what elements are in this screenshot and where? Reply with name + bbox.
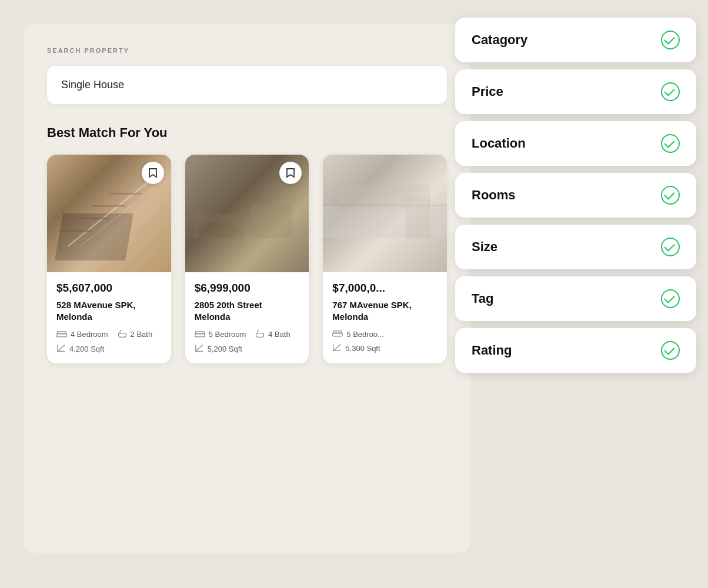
check-icon-category [661,31,680,49]
card-price-3: $7,000,0... [332,282,438,295]
card-body-1: $5,607,000 528 MAvenue SPK, Melonda 4 Be… [47,272,171,363]
bedroom-count-2: 5 Bedroom [209,330,246,339]
svg-line-11 [124,337,125,338]
bath-detail-1: 2 Bath [118,329,153,339]
svg-rect-14 [251,205,292,238]
search-label: SEARCH PROPERTY [47,47,447,54]
svg-point-13 [198,222,239,238]
card-price-2: $6,999,000 [195,282,300,295]
bookmark-button-1[interactable] [142,162,164,184]
bath-count-2: 4 Bath [268,330,290,339]
filter-label-size: Size [472,239,497,255]
card-body-3: $7,000,0... 767 MAvenue SPK, Melonda 5 B… [323,272,447,363]
check-icon-location [661,134,680,153]
svg-line-10 [120,337,121,338]
size-icon-2 [195,344,204,354]
property-card-2: $6,999,000 2805 20th Street Melonda 5 Be… [185,155,309,363]
check-icon-price [661,82,680,101]
card-image-wrap-2 [185,155,309,272]
property-grid: $5,607,000 528 MAvenue SPK, Melonda 4 Be… [47,155,447,363]
search-value: Single House [61,79,124,91]
check-icon-rooms [661,186,680,205]
svg-rect-5 [109,193,142,195]
check-icon-rating [661,341,680,360]
filter-label-rooms: Rooms [472,188,516,203]
bed-icon [56,330,67,339]
bath-icon [118,329,127,339]
filter-label-category: Catagory [472,32,527,48]
filter-label-location: Location [472,136,526,151]
size-value-3: 5,300 Sqft [345,344,380,353]
bedroom-count-1: 4 Bedroom [71,330,108,339]
card-details-1: 4 Bedroom 2 Bath 4,200 Sqft [56,329,162,354]
bedroom-detail-1: 4 Bedroom [56,329,108,339]
card-address-2: 2805 20th Street Melonda [195,299,300,322]
card-address-3: 767 MAvenue SPK, Melonda [332,299,438,322]
card-body-2: $6,999,000 2805 20th Street Melonda 5 Be… [185,272,309,363]
filter-item-size[interactable]: Size [455,225,696,269]
filter-item-tag[interactable]: Tag [455,276,696,321]
bedroom-detail-2: 5 Bedroom [195,329,246,339]
card-address-1: 528 MAvenue SPK, Melonda [56,299,162,322]
search-box[interactable]: Single House [47,66,447,104]
filter-item-category[interactable]: Catagory [455,18,696,62]
filter-panel: Catagory Price Location Rooms Size Tag R… [455,18,696,373]
bath-count-1: 2 Bath [131,330,153,339]
bath-detail-2: 4 Bath [255,329,290,339]
filter-label-tag: Tag [472,291,493,306]
svg-rect-2 [59,230,92,232]
bed-icon-2 [195,330,205,339]
card-details-2: 5 Bedroom 4 Bath 5,200 Sqft [195,329,300,354]
bedroom-count-3: 5 Bedroo... [346,330,384,339]
check-icon-size [661,238,680,256]
property-card-3: $7,000,0... 767 MAvenue SPK, Melonda 5 B… [323,155,447,363]
size-detail-3: 5,300 Sqft [332,343,380,353]
filter-item-location[interactable]: Location [455,121,696,166]
svg-point-15 [243,189,259,205]
filter-item-rooms[interactable]: Rooms [455,173,696,218]
property-card: $5,607,000 528 MAvenue SPK, Melonda 4 Be… [47,155,171,363]
filter-label-price: Price [472,84,503,99]
filter-item-rating[interactable]: Rating [455,328,696,373]
size-detail-1: 4,200 Sqft [56,344,104,354]
filter-item-price[interactable]: Price [455,69,696,114]
property-image-3 [323,155,447,272]
size-icon [56,344,66,354]
bed-icon-3 [332,329,343,339]
bath-icon-2 [255,329,265,339]
card-image-wrap [47,155,171,272]
size-value-2: 5,200 Sqft [208,345,242,353]
check-icon-tag [661,289,680,308]
bedroom-detail-3: 5 Bedroo... [332,329,384,339]
section-title: Best Match For You [47,125,447,141]
card-details-3: 5 Bedroo... 5,300 Sqft [332,329,438,353]
filter-label-rating: Rating [472,343,512,358]
svg-rect-4 [92,205,125,207]
size-value-1: 4,200 Sqft [69,345,104,353]
size-icon-3 [332,343,342,353]
svg-line-0 [68,181,150,246]
size-detail-2: 5,200 Sqft [195,344,242,354]
search-panel: SEARCH PROPERTY Single House Best Match … [24,24,470,553]
card-image-wrap-3 [323,155,447,272]
card-price-1: $5,607,000 [56,282,162,295]
svg-rect-22 [406,197,430,238]
svg-line-1 [80,181,162,246]
svg-rect-3 [76,218,109,219]
